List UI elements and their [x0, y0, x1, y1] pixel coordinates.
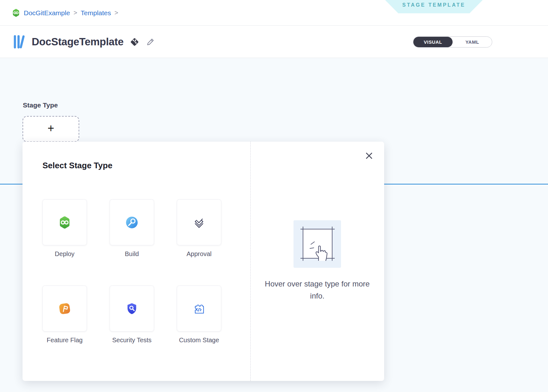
- modal-right-pane: Hover over stage type for more info.: [250, 142, 384, 381]
- stage-type-card-approval[interactable]: [177, 199, 221, 245]
- security-tests-icon: [125, 302, 139, 315]
- project-hexagon-icon: [12, 9, 20, 17]
- stage-type-label-text: Build: [110, 249, 154, 268]
- toggle-yaml[interactable]: YAML: [453, 37, 492, 47]
- add-stage-button[interactable]: +: [23, 116, 79, 142]
- stage-template-badge: STAGE TEMPLATE: [385, 0, 483, 13]
- stage-type-label-text: Deploy: [42, 249, 87, 268]
- stage-type-card-feature-flag[interactable]: [42, 286, 87, 331]
- toggle-visual[interactable]: VISUAL: [413, 37, 453, 47]
- library-icon: [13, 34, 26, 50]
- custom-stage-icon: [192, 302, 206, 315]
- hover-info-text: Hover over stage type for more info.: [250, 278, 384, 302]
- stage-type-card-custom-stage[interactable]: [177, 286, 221, 331]
- stage-type-label-text: Feature Flag: [42, 336, 87, 354]
- stage-type-card-build[interactable]: [110, 199, 154, 245]
- deploy-icon: [58, 216, 71, 229]
- stage-template-badge-label: STAGE TEMPLATE: [402, 2, 465, 8]
- approval-icon: [192, 216, 206, 229]
- build-icon: [125, 216, 139, 229]
- stage-type-label: Stage Type: [23, 101, 58, 109]
- visual-yaml-toggle: VISUAL YAML: [413, 36, 492, 48]
- edit-pencil-icon[interactable]: [145, 37, 155, 47]
- plus-icon: +: [48, 123, 54, 134]
- select-stage-type-modal: Select Stage Type Deploy Build Approval: [23, 142, 384, 381]
- stage-type-label-text: Approval: [177, 249, 221, 268]
- hover-select-illustration: [293, 220, 341, 268]
- breadcrumb: DocGitExample > Templates >: [12, 0, 118, 26]
- stage-type-label-text: Custom Stage: [177, 336, 221, 354]
- feature-flag-icon: [58, 302, 71, 315]
- stage-template-editor: DocGitExample > Templates > STAGE TEMPLA…: [0, 0, 548, 392]
- breadcrumb-templates-link[interactable]: Templates: [81, 9, 111, 17]
- git-diamond-icon: [129, 37, 140, 47]
- modal-heading: Select Stage Type: [42, 161, 113, 170]
- breadcrumb-bar: DocGitExample > Templates > STAGE TEMPLA…: [0, 0, 548, 26]
- page-title: DocStageTemplate: [32, 36, 124, 48]
- stage-type-label-text: Security Tests: [110, 336, 154, 354]
- title-group: DocStageTemplate: [13, 26, 155, 58]
- breadcrumb-project-link[interactable]: DocGitExample: [24, 9, 70, 17]
- stage-type-card-deploy[interactable]: [42, 199, 87, 245]
- stage-type-grid: Deploy Build Approval Feature Flag: [42, 199, 221, 354]
- stage-type-card-security-tests[interactable]: [110, 286, 154, 331]
- breadcrumb-separator: >: [74, 9, 77, 16]
- breadcrumb-separator: >: [114, 9, 118, 16]
- modal-left-pane: Select Stage Type Deploy Build Approval: [23, 142, 250, 381]
- title-bar: DocStageTemplate VISUAL YAML: [0, 26, 548, 58]
- close-icon[interactable]: [364, 151, 374, 161]
